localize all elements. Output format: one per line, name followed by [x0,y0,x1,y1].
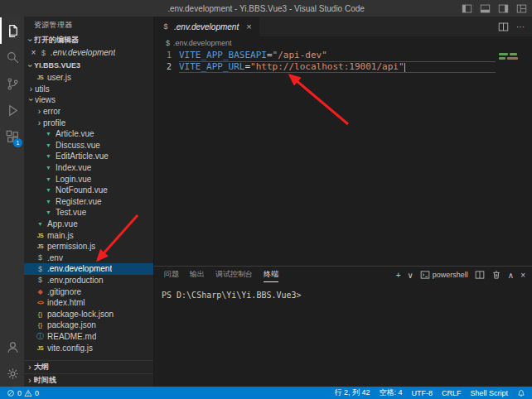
tab-close-icon[interactable]: × [246,22,251,31]
activity-explorer-button[interactable] [0,17,24,44]
timeline-section-header[interactable]: › 时间线 [24,373,153,387]
tree-item-label: vite.config.js [47,344,93,353]
main-area: 1 资源管理器 › 打开的编辑器 × $ .env.development › [0,17,532,387]
tree-item[interactable]: › views [24,94,153,106]
tree-item[interactable]: › error [24,106,153,118]
tree-item-label: Login.vue [56,175,91,184]
tree-item[interactable]: ⓘ README.md [24,331,153,343]
tree-item-label: main.js [47,231,74,240]
language-mode-status[interactable]: Shell Script [470,389,508,397]
tree-file-icon: <> [35,299,46,306]
notifications-bell-icon[interactable] [517,389,525,397]
activity-source-control-button[interactable] [0,70,24,97]
run-debug-icon [6,103,20,118]
tree-item-label: utils [35,84,50,94]
code-tokens: VITE_APP_URL="http://localhost:19001/api… [179,61,532,73]
tree-item[interactable]: ▼ Login.vue [24,173,153,185]
code-line[interactable]: 1 VITE_APP_BASEAPI="/api-dev" [154,50,532,61]
customize-layout-icon[interactable] [516,3,527,14]
activity-settings-button[interactable] [0,360,24,387]
tree-item-label: .gitignore [47,287,81,296]
close-icon[interactable]: × [29,48,38,57]
tree-item[interactable]: {} package.json [24,320,153,331]
panel-tab[interactable]: 终端 [264,267,278,282]
encoding-status[interactable]: UTF-8 [411,389,433,397]
minimap-line-mark [499,53,508,55]
terminal-output[interactable]: PS D:\CSharp\Yi\Yi.BBS.Vue3> [154,283,532,387]
split-terminal-icon[interactable] [475,270,485,280]
terminal-dropdown-icon[interactable]: ∨ [407,271,413,280]
activity-search-button[interactable] [0,44,24,70]
tree-item[interactable]: $ .env.development [24,263,153,275]
tree-item[interactable]: JS user.js [24,72,153,84]
tree-item[interactable]: ▼ NotFound.vue [24,185,153,196]
eol-status[interactable]: CRLF [442,389,462,397]
maximize-panel-icon[interactable]: ∧ [508,271,514,280]
activity-account-button[interactable] [0,334,24,360]
tree-item[interactable]: ▼ Discuss.vue [24,140,153,151]
line-number: 2 [154,61,179,73]
activity-extensions-button[interactable]: 1 [0,123,24,150]
tree-item[interactable]: ▼ EditArticle.vue [24,151,153,162]
breadcrumb[interactable]: $ .env.development [154,36,532,50]
tree-item[interactable]: › utils [24,84,153,95]
code-line[interactable]: 2 VITE_APP_URL="http://localhost:19001/a… [154,61,532,73]
panel-tab[interactable]: 输出 [190,267,205,282]
tree-item[interactable]: ▼ App.vue [24,219,153,230]
tree-item[interactable]: JS vite.config.js [24,342,153,353]
tree-item[interactable]: ▼ Register.vue [24,196,153,208]
tree-item-label: App.vue [47,219,78,228]
open-editor-item[interactable]: × $ .env.development [24,46,153,59]
tree-item-label: permission.js [47,242,95,251]
new-terminal-icon[interactable]: + [396,271,401,280]
indentation-status[interactable]: 空格: 4 [379,387,402,398]
tree-item[interactable]: JS main.js [24,229,153,241]
tree-file-icon: $ [35,265,46,273]
tree-item[interactable]: › profile [24,117,153,128]
twisty-icon: › [36,107,43,116]
open-editors-header[interactable]: › 打开的编辑器 [24,33,153,46]
code-editor[interactable]: 1 VITE_APP_BASEAPI="/api-dev" 2 VITE_APP… [154,50,532,266]
outline-section-header[interactable]: › 大纲 [24,360,153,373]
panel-tab[interactable]: 调试控制台 [215,267,253,282]
sidebar-title: 资源管理器 [24,17,153,33]
tree-item[interactable]: ▼ Article.vue [24,128,153,140]
tree-item[interactable]: ▼ Test.vue [24,207,153,219]
editor-tab[interactable]: $ .env.development × [154,17,259,36]
tree-item[interactable]: $ .env [24,252,153,264]
error-icon [7,389,15,397]
project-header[interactable]: › YI.BBS.VUE3 [24,59,153,72]
vscode-window: .env.development - Yi.BBS.Vue3 - Visual … [0,0,532,399]
tree-item[interactable]: ▼ Index.vue [24,162,153,174]
shell-file-icon: $ [162,22,170,31]
kill-terminal-icon[interactable] [491,270,501,280]
tree-file-icon: JS [35,243,46,249]
tree-item[interactable]: ◆ .gitignore [24,286,153,297]
tree-file-icon: ▼ [43,209,54,215]
chevron-down-icon: › [26,36,35,44]
more-actions-icon[interactable]: ··· [516,22,525,31]
toggle-sidebar-icon[interactable] [462,3,472,14]
tree-file-icon: ▼ [43,153,54,159]
panel-tab[interactable]: 问题 [164,267,179,282]
minimap[interactable] [496,50,532,266]
activity-run-debug-button[interactable] [0,97,24,123]
split-editor-icon[interactable] [498,22,509,32]
tree-item-label: .env [47,253,63,262]
problems-status[interactable]: 0 0 [7,389,39,397]
cursor-position-status[interactable]: 行 2, 列 42 [334,387,370,398]
close-panel-icon[interactable]: × [520,271,525,280]
tree-item[interactable]: {} package-lock.json [24,308,153,320]
tree-item-label: error [43,107,60,116]
breadcrumb-file-label[interactable]: .env.development [173,39,231,47]
tree-item-label: EditArticle.vue [56,151,109,161]
shell-file-icon: $ [38,49,49,57]
shell-file-icon: $ [166,39,170,47]
tree-item-label: user.js [47,73,71,82]
toggle-panel-icon[interactable] [480,3,491,14]
toggle-secondary-sidebar-icon[interactable] [498,3,509,14]
tree-item[interactable]: JS permission.js [24,241,153,252]
shell-picker[interactable]: powershell [420,270,468,280]
tree-item[interactable]: $ .env.production [24,275,153,286]
tree-item[interactable]: <> index.html [24,297,153,309]
